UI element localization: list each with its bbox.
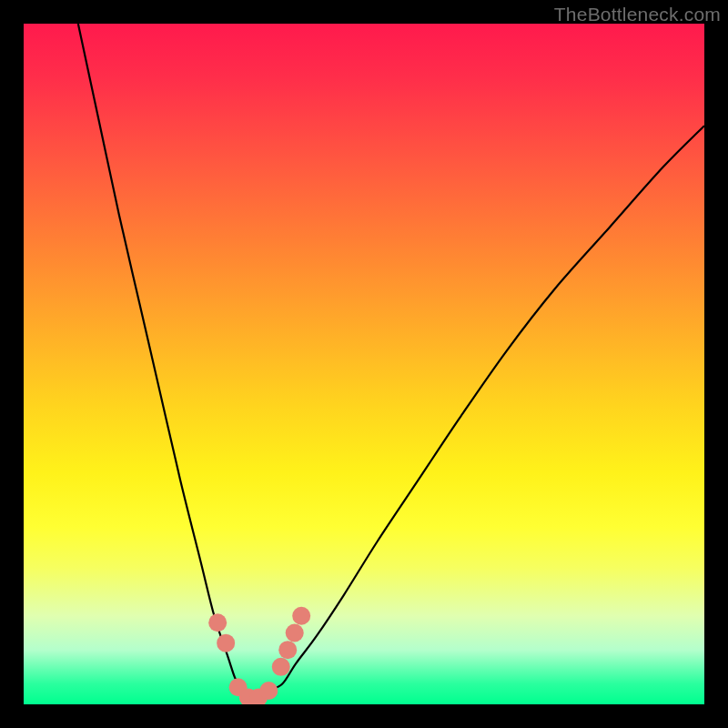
marker-dot (278, 641, 297, 659)
chart-svg (24, 24, 704, 704)
watermark-text: TheBottleneck.com (554, 4, 721, 25)
marker-dot (292, 607, 310, 625)
plot-area (24, 24, 704, 704)
bottleneck-curve (78, 24, 704, 698)
marker-dot (286, 623, 304, 642)
sample-markers (208, 607, 310, 704)
marker-dot (208, 613, 227, 632)
marker-dot (272, 658, 290, 676)
chart-frame: TheBottleneck.com (0, 0, 728, 728)
marker-dot (259, 682, 278, 700)
marker-dot (217, 634, 235, 652)
curve-path (78, 24, 704, 698)
